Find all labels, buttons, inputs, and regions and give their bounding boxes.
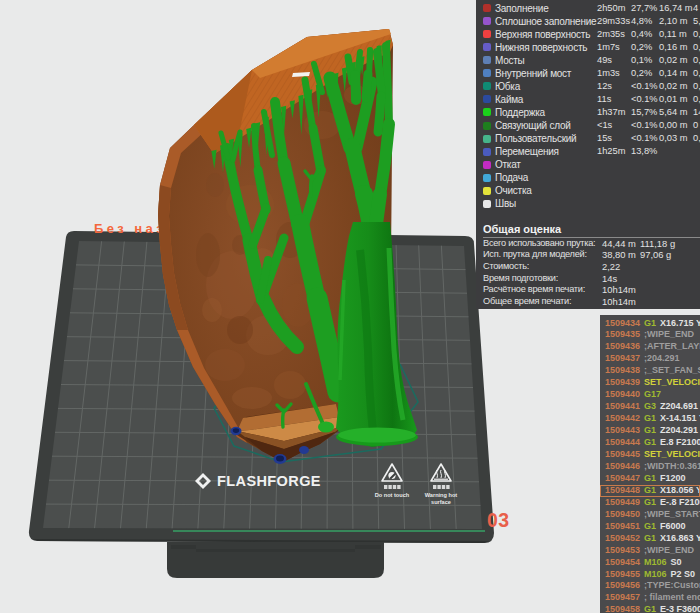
- svg-text:Warning hot: Warning hot: [425, 492, 458, 498]
- svg-text:Do not touch: Do not touch: [375, 492, 410, 498]
- svg-text:03: 03: [487, 509, 510, 531]
- svg-text:FLASHFORGE: FLASHFORGE: [217, 473, 321, 489]
- svg-text:surface: surface: [431, 499, 451, 505]
